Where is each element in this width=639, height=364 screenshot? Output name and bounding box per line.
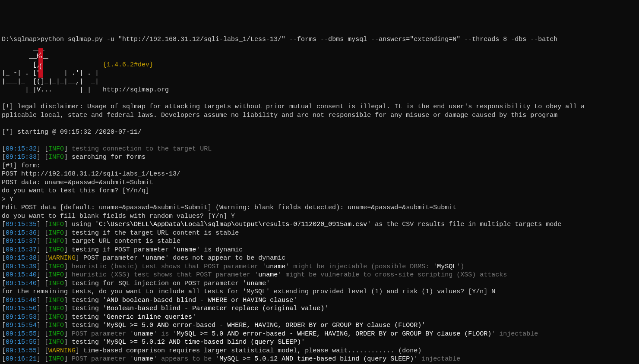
timestamp: 09:15:53 [6, 314, 37, 321]
legal-text: pplicable local, state and federal laws.… [2, 112, 557, 119]
bracket: [ [2, 271, 6, 279]
log-level: INFO [48, 271, 64, 279]
bracket: [ [2, 221, 6, 228]
log-level: WARNING [48, 254, 76, 262]
log-message: ' is dynamic [196, 246, 243, 254]
log-message: testing ' [72, 339, 107, 346]
bracket: [ [2, 322, 6, 329]
log-line: [09:15:40] [INFO] testing 'AND boolean-b… [2, 296, 637, 305]
log-line: [09:15:37] [INFO] target URL content is … [2, 237, 637, 246]
terminal-output[interactable]: D:\sqlmap>python sqlmap.py -u "http://19… [2, 35, 637, 364]
log-level: INFO [48, 229, 64, 237]
bracket: ] [64, 339, 72, 346]
log-message: ' injectable [414, 355, 460, 363]
bracket: ] [64, 314, 72, 321]
bracket: ] [64, 297, 72, 304]
log-level: INFO [48, 246, 64, 254]
log-message: uname [146, 254, 165, 262]
command-line[interactable]: D:\sqlmap>python sqlmap.py -u "http://19… [2, 35, 637, 44]
log-level: INFO [48, 330, 64, 338]
bracket: [ [2, 145, 6, 153]
bracket: ] [ [37, 221, 48, 228]
log-line: [09:15:53] [INFO] testing 'Generic inlin… [2, 313, 637, 322]
log-line: [09:15:54] [INFO] testing 'MySQL >= 5.0 … [2, 321, 637, 330]
bracket: ] [64, 305, 72, 312]
log-message: ' [324, 305, 328, 312]
log-level: INFO [48, 355, 64, 363]
log-message: Generic inline queries [107, 314, 192, 321]
log-message: MySQL >= 5.0 AND error-based - WHERE, HA… [177, 330, 491, 338]
log-message: uname [266, 263, 285, 270]
form-post-data: POST data: uname=&passwd=&submit=Submit [2, 179, 637, 187]
log-message: uname [134, 330, 153, 338]
prompt-question[interactable]: do you want to test this form? [Y/n/q] [2, 187, 637, 195]
log-line: [09:15:40] [INFO] heuristic (XSS) test s… [2, 271, 637, 279]
log-message: ' does not appear to be dynamic [165, 254, 285, 262]
bracket: ] [ [37, 271, 48, 279]
log-level: INFO [48, 322, 64, 329]
log-message: POST parameter ' [72, 355, 134, 363]
log-message: heuristic (XSS) test shows that POST par… [72, 271, 258, 279]
legal-text: [!] legal disclaimer: Usage of sqlmap fo… [2, 103, 585, 110]
timestamp: 09:15:40 [6, 280, 37, 287]
log-message: Boolean-based blind - Parameter replace … [107, 305, 324, 312]
bracket: [ [2, 297, 6, 304]
log-message: testing ' [72, 322, 107, 329]
timestamp: 09:15:54 [6, 322, 37, 329]
log-message: ') [456, 263, 464, 270]
log-message: ' injectable [491, 330, 538, 338]
bracket: ] [ [37, 330, 48, 338]
ascii-red-column: ,"( [38, 48, 43, 78]
log-level: INFO [48, 339, 64, 346]
bracket: [ [2, 263, 6, 270]
bracket: ] [64, 271, 72, 279]
bracket: [ [2, 305, 6, 312]
legal-disclaimer: [!] legal disclaimer: Usage of sqlmap fo… [2, 103, 637, 111]
timestamp: 09:15:50 [6, 305, 37, 312]
bracket: ] [ [37, 314, 48, 321]
log-message: uname [247, 280, 266, 287]
log-message: ' [421, 322, 425, 329]
log-message: searching for forms [72, 154, 146, 161]
log-message: uname [177, 246, 196, 254]
bracket: ] [ [37, 246, 48, 254]
log-message: MySQL [437, 263, 456, 270]
log-message: testing ' [72, 314, 107, 321]
bracket: ] [64, 221, 72, 228]
timestamp: 09:15:35 [6, 221, 37, 228]
bracket: [ [2, 154, 6, 161]
log-line: [09:15:35] [INFO] using 'C:\Users\DELL\A… [2, 220, 637, 229]
log-level: INFO [48, 154, 64, 161]
prompt-path: D:\sqlmap> [2, 36, 41, 43]
log-line: [09:15:36] [INFO] testing if the target … [2, 229, 637, 238]
bracket: ] [64, 280, 72, 287]
log-message: ' [266, 280, 270, 287]
bracket: ] [64, 246, 72, 254]
log-message: testing ' [72, 297, 107, 304]
log-message: testing ' [72, 305, 107, 312]
prompt-question[interactable]: do you want to fill blank fields with ra… [2, 212, 637, 221]
bracket: ] [ [37, 339, 48, 346]
bracket: ] [ [37, 322, 48, 329]
log-message: ' might be vulnerable to cross-site scri… [278, 271, 507, 279]
prompt-answer: > Y [2, 195, 637, 204]
edit-post-line: Edit POST data [default: uname=&passwd=&… [2, 204, 637, 212]
log-message: ' [293, 297, 297, 304]
bracket: [ [2, 238, 6, 245]
log-message: uname [134, 355, 153, 363]
log-message: testing connection to the target URL [72, 145, 212, 153]
bracket: ] [ [37, 154, 48, 161]
prompt-question[interactable]: for the remaining tests, do you want to … [2, 288, 637, 296]
legal-disclaimer: pplicable local, state and federal laws.… [2, 111, 637, 120]
timestamp: 09:15:39 [6, 263, 37, 270]
bracket: ] [64, 322, 72, 329]
bracket: ] [ [37, 305, 48, 312]
bracket: ] [ [37, 254, 48, 262]
bracket: ] [64, 330, 72, 338]
bracket: ] [64, 154, 72, 161]
edit-text: Edit POST data [default: uname=&passwd=&… [2, 204, 456, 211]
timestamp: 09:15:37 [6, 246, 37, 254]
log-message: MySQL >= 5.0.12 AND time-based blind (qu… [219, 355, 414, 363]
form-post-url: POST http://192.168.31.12/sqli-labs_1/Le… [2, 170, 637, 179]
log-message: ' as the CSV results file in multiple ta… [367, 221, 561, 228]
